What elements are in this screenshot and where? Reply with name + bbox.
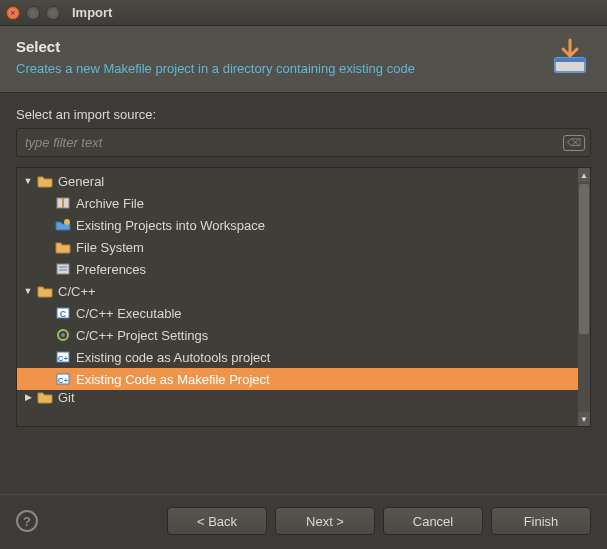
tree-item-label: C/C++ Project Settings: [76, 328, 208, 343]
cancel-button[interactable]: Cancel: [383, 507, 483, 535]
tree-item-label: Existing Projects into Workspace: [76, 218, 265, 233]
import-source-tree: ▼GeneralArchive FileExisting Projects in…: [16, 167, 591, 427]
tree-item[interactable]: CC/C++ Executable: [17, 302, 578, 324]
tree-item-label: Existing Code as Makefile Project: [76, 372, 270, 387]
minimize-icon[interactable]: [26, 6, 40, 20]
page-description: Creates a new Makefile project in a dire…: [16, 61, 415, 76]
c-settings-icon: [55, 327, 71, 343]
prefs-icon: [55, 261, 71, 277]
tree-group[interactable]: ▼General: [17, 170, 578, 192]
scroll-up-icon[interactable]: ▲: [578, 168, 590, 182]
tree-group[interactable]: ▶Git: [17, 390, 578, 404]
clear-filter-icon[interactable]: ⌫: [563, 135, 585, 151]
help-icon[interactable]: ?: [16, 510, 38, 532]
svg-point-4: [64, 219, 70, 225]
next-button[interactable]: Next >: [275, 507, 375, 535]
c-proj-icon: C+: [55, 349, 71, 365]
svg-text:C+: C+: [58, 354, 69, 363]
tree-item-label: Existing code as Autotools project: [76, 350, 270, 365]
window-title: Import: [72, 5, 112, 20]
archive-icon: [55, 195, 71, 211]
tree-item[interactable]: Archive File: [17, 192, 578, 214]
svg-text:C+: C+: [58, 376, 69, 385]
tree-group-label: C/C++: [58, 284, 96, 299]
wizard-banner: Select Creates a new Makefile project in…: [0, 26, 607, 93]
back-button[interactable]: < Back: [167, 507, 267, 535]
c-proj-icon: C+: [55, 371, 71, 387]
wizard-footer: ? < Back Next > Cancel Finish: [0, 494, 607, 549]
c-exec-icon: C: [55, 305, 71, 321]
tree-item-label: Preferences: [76, 262, 146, 277]
tree-item[interactable]: C+Existing code as Autotools project: [17, 346, 578, 368]
tree-group[interactable]: ▼C/C++: [17, 280, 578, 302]
folder-icon: [55, 239, 71, 255]
tree-item-label: C/C++ Executable: [76, 306, 182, 321]
tree-group-label: General: [58, 174, 104, 189]
expander-icon[interactable]: ▶: [21, 392, 35, 402]
expander-icon[interactable]: ▼: [21, 286, 35, 296]
tree-item[interactable]: File System: [17, 236, 578, 258]
finish-button[interactable]: Finish: [491, 507, 591, 535]
filter-input[interactable]: [16, 128, 591, 157]
close-icon[interactable]: ×: [6, 6, 20, 20]
tree-item-label: Archive File: [76, 196, 144, 211]
tree-item[interactable]: Existing Projects into Workspace: [17, 214, 578, 236]
import-icon: [549, 38, 591, 80]
scroll-down-icon[interactable]: ▼: [578, 412, 590, 426]
folder-icon: [37, 283, 53, 299]
scrollbar[interactable]: ▲ ▼: [578, 168, 590, 426]
scroll-thumb[interactable]: [579, 184, 589, 334]
projects-icon: [55, 217, 71, 233]
folder-icon: [37, 390, 53, 404]
svg-rect-1: [555, 58, 585, 62]
tree-group-label: Git: [58, 390, 75, 404]
maximize-icon[interactable]: [46, 6, 60, 20]
svg-point-11: [61, 333, 65, 337]
page-title: Select: [16, 38, 415, 55]
tree-item[interactable]: C/C++ Project Settings: [17, 324, 578, 346]
tree-item-label: File System: [76, 240, 144, 255]
svg-rect-5: [57, 264, 69, 274]
folder-icon: [37, 173, 53, 189]
tree-item[interactable]: C+Existing Code as Makefile Project: [17, 368, 578, 390]
expander-icon[interactable]: ▼: [21, 176, 35, 186]
window-titlebar: × Import: [0, 0, 607, 26]
svg-text:C: C: [60, 309, 67, 319]
wizard-body: Select an import source: ⌫ ▼GeneralArchi…: [0, 93, 607, 435]
filter-label: Select an import source:: [16, 107, 591, 122]
tree-item[interactable]: Preferences: [17, 258, 578, 280]
